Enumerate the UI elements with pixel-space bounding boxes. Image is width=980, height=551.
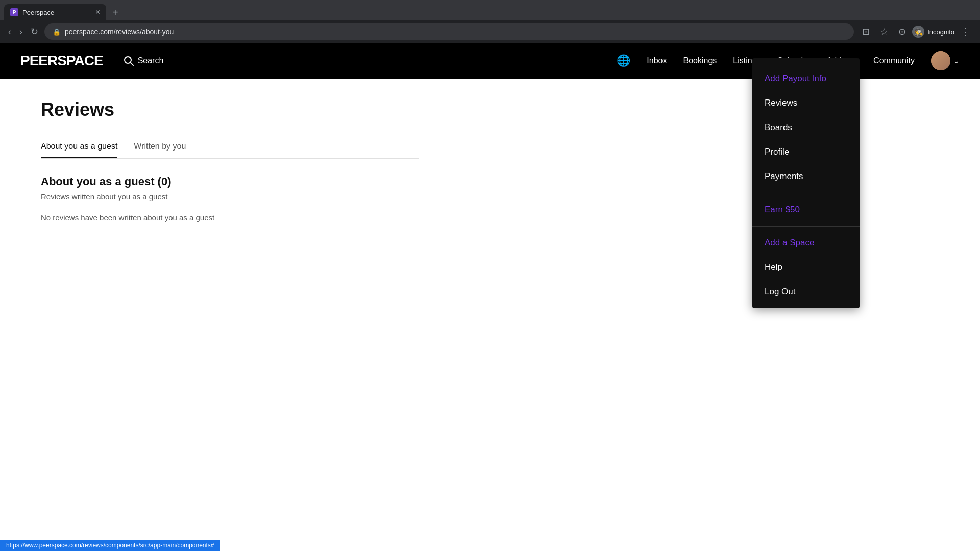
incognito-icon: 🕵 [912, 26, 924, 38]
url-text: peerspace.com/reviews/about-you [65, 28, 174, 36]
tab-bar: P Peerspace × + [0, 0, 980, 20]
divider-1 [752, 193, 860, 193]
bookmark-icon[interactable]: ☆ [876, 24, 892, 39]
menu-button[interactable]: ⋮ [957, 24, 974, 39]
dropdown-help[interactable]: Help [752, 255, 860, 280]
search-button[interactable]: Search [124, 56, 164, 66]
empty-message: No reviews have been written about you a… [41, 213, 419, 222]
refresh-button[interactable]: ↻ [29, 24, 40, 39]
status-url: https://www.peerspace.com/reviews/compon… [6, 542, 214, 549]
dropdown-earn50[interactable]: Earn $50 [752, 197, 860, 222]
favicon: P [10, 8, 18, 16]
status-bar: https://www.peerspace.com/reviews/compon… [0, 540, 220, 551]
user-dropdown-menu: Add Payout Info Reviews Boards Profile P… [752, 58, 860, 308]
user-menu-button[interactable]: ⌄ [931, 51, 960, 70]
tab-about-guest[interactable]: About you as a guest [41, 136, 117, 158]
avatar [931, 51, 950, 70]
dropdown-profile[interactable]: Profile [752, 140, 860, 164]
section-title: About you as a guest (0) [41, 175, 419, 188]
divider-2 [752, 226, 860, 227]
incognito-label: Incognito [927, 28, 954, 36]
nav-community[interactable]: Community [873, 56, 915, 65]
back-button[interactable]: ‹ [6, 24, 13, 39]
browser-toolbar: ‹ › ↻ 🔒 peerspace.com/reviews/about-you … [0, 20, 980, 43]
search-label: Search [138, 56, 164, 65]
chevron-down-icon: ⌄ [953, 57, 960, 65]
dropdown-payments[interactable]: Payments [752, 164, 860, 189]
tab-written-by-you[interactable]: Written by you [134, 136, 186, 158]
nav-inbox[interactable]: Inbox [647, 56, 667, 65]
dropdown-reviews[interactable]: Reviews [752, 91, 860, 115]
browser-chrome: P Peerspace × + ‹ › ↻ 🔒 peerspace.com/re… [0, 0, 980, 43]
search-icon [124, 56, 134, 66]
logo[interactable]: PEERSPACE [20, 53, 103, 69]
section-desc: Reviews written about you as a guest [41, 192, 419, 201]
incognito-indicator: 🕵 Incognito [912, 26, 954, 38]
profile-icon[interactable]: ⊙ [894, 24, 910, 39]
dropdown-add-payout[interactable]: Add Payout Info [752, 66, 860, 91]
browser-tab[interactable]: P Peerspace × [4, 4, 106, 20]
forward-button[interactable]: › [17, 24, 24, 39]
dropdown-add-space[interactable]: Add a Space [752, 231, 860, 255]
lock-icon: 🔒 [53, 28, 61, 36]
globe-button[interactable]: 🌐 [617, 54, 630, 67]
dropdown-logout[interactable]: Log Out [752, 280, 860, 304]
page-title: Reviews [41, 99, 419, 120]
tabs: About you as a guest Written by you [41, 136, 419, 159]
svg-line-1 [130, 63, 133, 66]
nav-bookings[interactable]: Bookings [683, 56, 717, 65]
address-bar[interactable]: 🔒 peerspace.com/reviews/about-you [44, 23, 854, 40]
dropdown-boards[interactable]: Boards [752, 115, 860, 140]
toolbar-actions: ⊡ ☆ ⊙ 🕵 Incognito ⋮ [858, 24, 974, 39]
page-content: Reviews About you as a guest Written by … [0, 79, 459, 242]
tab-close-button[interactable]: × [95, 8, 100, 17]
new-tab-button[interactable]: + [108, 7, 122, 18]
avatar-image [931, 51, 950, 70]
tab-title: Peerspace [22, 9, 91, 16]
cast-icon[interactable]: ⊡ [858, 24, 874, 39]
